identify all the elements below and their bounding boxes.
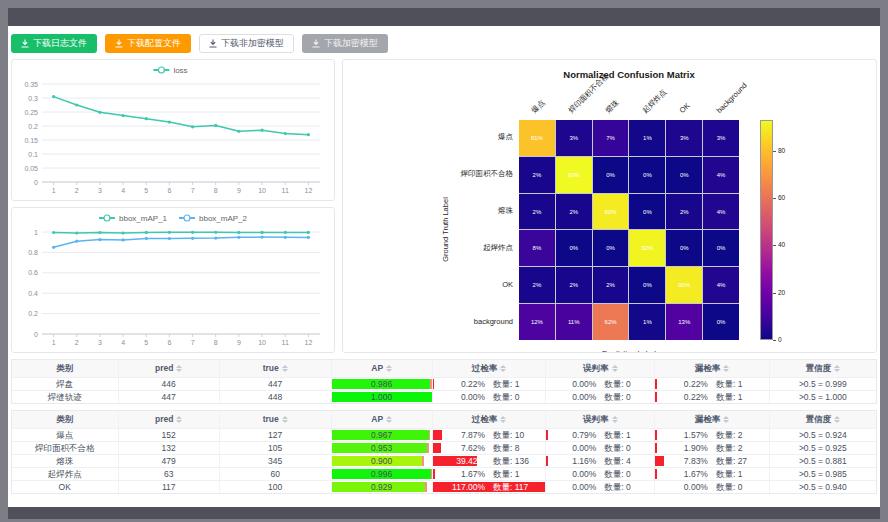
button-label: 下载非加密模型	[221, 37, 284, 50]
cm-cell: 62%	[593, 304, 629, 340]
table-row: 爆点1521270.9677.87%数量: 100.79%数量: 11.57%数…	[12, 428, 876, 441]
svg-text:0.3: 0.3	[28, 95, 38, 102]
confusion-matrix-title: Normalized Confusion Matrix	[519, 69, 739, 80]
sort-icon[interactable]	[612, 365, 618, 372]
cm-cell: 3%	[666, 120, 702, 156]
svg-text:4: 4	[121, 339, 125, 346]
sort-icon[interactable]	[386, 365, 392, 372]
sort-icon[interactable]	[282, 416, 288, 423]
cell-overdetect: 1.67%数量: 1	[433, 468, 546, 480]
svg-text:11: 11	[282, 187, 289, 194]
metrics-table-defects: 类别predtrueAP过检率误判率漏检率置信度爆点1521270.9677.8…	[11, 410, 877, 494]
col-header-6[interactable]: 漏检率	[655, 411, 769, 428]
svg-text:10: 10	[258, 187, 266, 194]
cell-misjudge: 0.00%数量: 0	[546, 391, 655, 403]
col-header-2[interactable]: true	[220, 411, 332, 428]
svg-text:0.15: 0.15	[24, 137, 38, 144]
cm-cell: 3%	[556, 120, 592, 156]
sort-icon[interactable]	[834, 416, 840, 423]
download-icon	[209, 39, 217, 48]
cm-cell: 12%	[519, 304, 555, 340]
cell-confidence: >0.5 = 0.881	[770, 455, 876, 467]
cm-cell: 90%	[593, 194, 629, 230]
sort-icon[interactable]	[723, 365, 729, 372]
col-header-6[interactable]: 漏检率	[655, 360, 769, 377]
col-header-7[interactable]: 置信度	[770, 411, 876, 428]
colorbar-tick: 40	[778, 241, 785, 249]
cell-missrate: 1.67%数量: 1	[655, 468, 769, 480]
col-header-4[interactable]: 过检率	[433, 360, 546, 377]
download-config-button[interactable]: 下载配置文件	[105, 34, 191, 53]
cm-col-label: OK	[677, 101, 691, 115]
cell-class: 焊印面积不合格	[12, 442, 119, 454]
legend-item-loss[interactable]: loss	[153, 66, 187, 75]
sort-icon[interactable]	[834, 365, 840, 372]
cm-col-label: background	[714, 81, 748, 115]
sort-icon[interactable]	[723, 416, 729, 423]
cell-missrate: 1.57%数量: 2	[655, 429, 769, 441]
legend-item-bbox_mAP_2[interactable]: bbox_mAP_2	[179, 214, 248, 223]
cell-misjudge: 0.00%数量: 0	[546, 378, 655, 390]
cell-true: 105	[220, 442, 332, 454]
col-header-5[interactable]: 误判率	[546, 360, 655, 377]
col-header-3[interactable]: AP	[332, 360, 433, 377]
cm-cell: 4%	[703, 194, 739, 230]
bbox-map-chart-card: 00.20.40.60.81123456789101112bbox_mAP_1b…	[11, 207, 335, 353]
cm-cell: 2%	[556, 194, 592, 230]
legend-item-bbox_mAP_1[interactable]: bbox_mAP_1	[99, 214, 168, 223]
col-header-7[interactable]: 置信度	[770, 360, 876, 377]
cell-confidence: >0.5 = 0.940	[770, 481, 876, 493]
button-label: 下载加密模型	[324, 37, 378, 50]
charts-region: 00.050.10.150.20.250.30.3512345678910111…	[8, 59, 880, 353]
svg-text:3: 3	[98, 339, 102, 346]
cm-cell: 2%	[666, 194, 702, 230]
cm-cell: 92%	[629, 230, 665, 266]
col-header-1[interactable]: pred	[119, 411, 220, 428]
sort-icon[interactable]	[282, 365, 288, 372]
sort-icon[interactable]	[500, 416, 506, 423]
cm-cell: 0%	[629, 194, 665, 230]
left-chart-column: 00.050.10.150.20.250.30.3512345678910111…	[11, 59, 335, 353]
svg-text:loss: loss	[173, 66, 187, 75]
col-header-5[interactable]: 误判率	[546, 411, 655, 428]
cell-ap: 0.967	[332, 429, 433, 441]
cell-confidence: >0.5 = 0.924	[770, 429, 876, 441]
col-header-3[interactable]: AP	[332, 411, 433, 428]
cm-cell: 0%	[666, 230, 702, 266]
col-header-4[interactable]: 过检率	[433, 411, 546, 428]
cm-col-label: 熔珠	[604, 98, 621, 115]
sort-icon[interactable]	[176, 365, 182, 372]
cell-confidence: >0.5 = 0.999	[770, 378, 876, 390]
svg-text:1: 1	[52, 187, 56, 194]
svg-text:0.2: 0.2	[28, 123, 38, 130]
sort-icon[interactable]	[612, 416, 618, 423]
cm-cell: 0%	[703, 230, 739, 266]
col-header-1[interactable]: pred	[119, 360, 220, 377]
cm-row-label: 爆点	[343, 132, 513, 142]
cell-pred: 117	[119, 481, 220, 493]
svg-text:9: 9	[237, 187, 241, 194]
table-row: 焊印面积不合格1321050.9537.62%数量: 80.00%数量: 01.…	[12, 441, 876, 454]
svg-text:7: 7	[191, 187, 195, 194]
cell-confidence: >0.5 = 0.985	[770, 468, 876, 480]
download-log-button[interactable]: 下载日志文件	[11, 34, 97, 53]
sort-icon[interactable]	[500, 365, 506, 372]
download-plain-model-button[interactable]: 下载非加密模型	[199, 34, 294, 53]
cm-row-label: 起焊炸点	[343, 243, 513, 253]
dashboard-page: 下载日志文件 下载配置文件 下载非加密模型 下载加密模型 00.050.10.1…	[8, 26, 880, 507]
cell-ap: 0.953	[332, 442, 433, 454]
ap-remainder	[425, 482, 427, 492]
cell-true: 345	[220, 455, 332, 467]
download-encrypted-model-button[interactable]: 下载加密模型	[302, 34, 388, 53]
svg-text:7: 7	[191, 339, 195, 346]
cm-cell: 0%	[593, 157, 629, 193]
bbox-map-chart: 00.20.40.60.81123456789101112bbox_mAP_1b…	[12, 208, 334, 352]
table-row: 熔珠4793450.90039.42%数量: 1361.16%数量: 47.83…	[12, 454, 876, 467]
cell-misjudge: 1.16%数量: 4	[546, 455, 655, 467]
sort-icon[interactable]	[176, 416, 182, 423]
sort-icon[interactable]	[386, 416, 392, 423]
col-header-2[interactable]: true	[220, 360, 332, 377]
ap-remainder	[429, 430, 431, 440]
cm-cell: 8%	[519, 230, 555, 266]
cell-ap: 0.900	[332, 455, 433, 467]
